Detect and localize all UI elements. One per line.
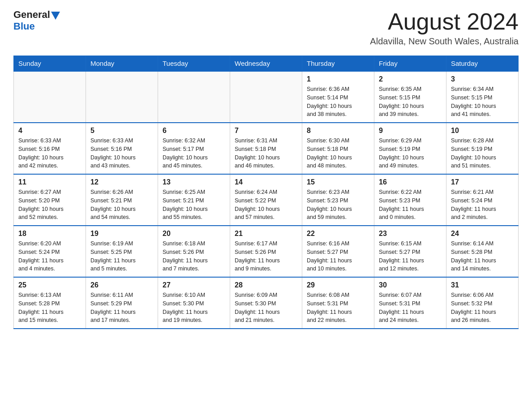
calendar-body: 1Sunrise: 6:36 AMSunset: 5:14 PMDaylight… — [14, 71, 519, 329]
calendar-cell — [14, 71, 86, 123]
day-info: Sunrise: 6:30 AMSunset: 5:18 PMDaylight:… — [307, 137, 369, 170]
calendar-cell: 12Sunrise: 6:26 AMSunset: 5:21 PMDayligh… — [86, 174, 158, 226]
day-info: Sunrise: 6:33 AMSunset: 5:16 PMDaylight:… — [90, 137, 153, 170]
day-number: 12 — [90, 178, 153, 186]
day-info: Sunrise: 6:23 AMSunset: 5:23 PMDaylight:… — [307, 188, 369, 222]
day-info: Sunrise: 6:19 AMSunset: 5:25 PMDaylight:… — [90, 240, 153, 273]
day-number: 6 — [163, 127, 225, 135]
calendar-cell: 1Sunrise: 6:36 AMSunset: 5:14 PMDaylight… — [302, 71, 374, 123]
calendar-cell: 28Sunrise: 6:09 AMSunset: 5:30 PMDayligh… — [230, 277, 302, 329]
calendar-cell: 11Sunrise: 6:27 AMSunset: 5:20 PMDayligh… — [14, 174, 86, 226]
calendar-cell: 26Sunrise: 6:11 AMSunset: 5:29 PMDayligh… — [86, 277, 158, 329]
day-info: Sunrise: 6:08 AMSunset: 5:31 PMDaylight:… — [307, 291, 369, 325]
day-number: 30 — [379, 281, 442, 289]
day-number: 8 — [307, 127, 369, 135]
day-info: Sunrise: 6:21 AMSunset: 5:24 PMDaylight:… — [451, 188, 514, 222]
day-info: Sunrise: 6:25 AMSunset: 5:21 PMDaylight:… — [163, 188, 225, 222]
logo-triangle-icon — [51, 12, 60, 20]
day-info: Sunrise: 6:22 AMSunset: 5:23 PMDaylight:… — [379, 188, 442, 222]
calendar-cell: 2Sunrise: 6:35 AMSunset: 5:15 PMDaylight… — [374, 71, 446, 123]
page-header: General Blue August 2024 Aldavilla, New … — [13, 9, 519, 47]
day-info: Sunrise: 6:29 AMSunset: 5:19 PMDaylight:… — [379, 137, 442, 170]
weekday-header-monday: Monday — [86, 56, 158, 72]
day-info: Sunrise: 6:13 AMSunset: 5:28 PMDaylight:… — [18, 291, 81, 325]
calendar-cell: 5Sunrise: 6:33 AMSunset: 5:16 PMDaylight… — [86, 123, 158, 174]
calendar-cell: 29Sunrise: 6:08 AMSunset: 5:31 PMDayligh… — [302, 277, 374, 329]
day-number: 28 — [235, 281, 297, 289]
day-number: 4 — [18, 127, 81, 135]
calendar-cell: 25Sunrise: 6:13 AMSunset: 5:28 PMDayligh… — [14, 277, 86, 329]
day-info: Sunrise: 6:28 AMSunset: 5:19 PMDaylight:… — [451, 137, 514, 170]
day-info: Sunrise: 6:16 AMSunset: 5:27 PMDaylight:… — [307, 240, 369, 273]
day-number: 20 — [163, 230, 225, 238]
day-number: 26 — [90, 281, 153, 289]
calendar-cell: 14Sunrise: 6:24 AMSunset: 5:22 PMDayligh… — [230, 174, 302, 226]
day-number: 7 — [235, 127, 297, 135]
day-number: 19 — [90, 230, 153, 238]
day-number: 11 — [18, 178, 81, 186]
month-title: August 2024 — [370, 9, 519, 34]
day-number: 2 — [379, 75, 442, 83]
calendar-cell: 23Sunrise: 6:15 AMSunset: 5:27 PMDayligh… — [374, 226, 446, 277]
location-title: Aldavilla, New South Wales, Australia — [370, 36, 519, 47]
calendar-cell: 27Sunrise: 6:10 AMSunset: 5:30 PMDayligh… — [158, 277, 230, 329]
day-info: Sunrise: 6:09 AMSunset: 5:30 PMDaylight:… — [235, 291, 297, 325]
title-area: August 2024 Aldavilla, New South Wales, … — [370, 9, 519, 47]
calendar-cell: 3Sunrise: 6:34 AMSunset: 5:15 PMDaylight… — [446, 71, 519, 123]
calendar-cell: 16Sunrise: 6:22 AMSunset: 5:23 PMDayligh… — [374, 174, 446, 226]
day-info: Sunrise: 6:20 AMSunset: 5:24 PMDaylight:… — [18, 240, 81, 273]
day-number: 3 — [451, 75, 514, 83]
week-row-1: 1Sunrise: 6:36 AMSunset: 5:14 PMDaylight… — [14, 71, 519, 123]
weekday-header-thursday: Thursday — [302, 56, 374, 72]
day-info: Sunrise: 6:06 AMSunset: 5:32 PMDaylight:… — [451, 291, 514, 325]
day-info: Sunrise: 6:07 AMSunset: 5:31 PMDaylight:… — [379, 291, 442, 325]
day-info: Sunrise: 6:24 AMSunset: 5:22 PMDaylight:… — [235, 188, 297, 222]
day-info: Sunrise: 6:14 AMSunset: 5:28 PMDaylight:… — [451, 240, 514, 273]
weekday-header-saturday: Saturday — [446, 56, 519, 72]
day-info: Sunrise: 6:34 AMSunset: 5:15 PMDaylight:… — [451, 85, 514, 119]
day-info: Sunrise: 6:31 AMSunset: 5:18 PMDaylight:… — [235, 137, 297, 170]
logo-general-text: General — [13, 9, 50, 21]
week-row-2: 4Sunrise: 6:33 AMSunset: 5:16 PMDaylight… — [14, 123, 519, 174]
calendar-cell: 13Sunrise: 6:25 AMSunset: 5:21 PMDayligh… — [158, 174, 230, 226]
calendar-cell: 4Sunrise: 6:33 AMSunset: 5:16 PMDaylight… — [14, 123, 86, 174]
day-info: Sunrise: 6:11 AMSunset: 5:29 PMDaylight:… — [90, 291, 153, 325]
day-number: 14 — [235, 178, 297, 186]
calendar-cell: 7Sunrise: 6:31 AMSunset: 5:18 PMDaylight… — [230, 123, 302, 174]
day-number: 13 — [163, 178, 225, 186]
day-number: 22 — [307, 230, 369, 238]
calendar-cell — [158, 71, 230, 123]
day-number: 17 — [451, 178, 514, 186]
calendar-table: SundayMondayTuesdayWednesdayThursdayFrid… — [13, 56, 519, 329]
day-number: 31 — [451, 281, 514, 289]
day-number: 9 — [379, 127, 442, 135]
calendar-cell: 24Sunrise: 6:14 AMSunset: 5:28 PMDayligh… — [446, 226, 519, 277]
calendar-cell: 19Sunrise: 6:19 AMSunset: 5:25 PMDayligh… — [86, 226, 158, 277]
calendar-cell — [86, 71, 158, 123]
calendar-cell: 21Sunrise: 6:17 AMSunset: 5:26 PMDayligh… — [230, 226, 302, 277]
calendar-cell: 17Sunrise: 6:21 AMSunset: 5:24 PMDayligh… — [446, 174, 519, 226]
day-info: Sunrise: 6:27 AMSunset: 5:20 PMDaylight:… — [18, 188, 81, 222]
day-number: 5 — [90, 127, 153, 135]
day-number: 29 — [307, 281, 369, 289]
calendar-header: SundayMondayTuesdayWednesdayThursdayFrid… — [14, 56, 519, 72]
calendar-cell: 31Sunrise: 6:06 AMSunset: 5:32 PMDayligh… — [446, 277, 519, 329]
calendar-cell: 9Sunrise: 6:29 AMSunset: 5:19 PMDaylight… — [374, 123, 446, 174]
day-info: Sunrise: 6:10 AMSunset: 5:30 PMDaylight:… — [163, 291, 225, 325]
calendar-cell: 22Sunrise: 6:16 AMSunset: 5:27 PMDayligh… — [302, 226, 374, 277]
day-info: Sunrise: 6:18 AMSunset: 5:26 PMDaylight:… — [163, 240, 225, 273]
day-info: Sunrise: 6:35 AMSunset: 5:15 PMDaylight:… — [379, 85, 442, 119]
day-number: 24 — [451, 230, 514, 238]
day-number: 10 — [451, 127, 514, 135]
day-info: Sunrise: 6:32 AMSunset: 5:17 PMDaylight:… — [163, 137, 225, 170]
logo-blue-text: Blue — [13, 21, 35, 32]
day-number: 21 — [235, 230, 297, 238]
calendar-cell: 8Sunrise: 6:30 AMSunset: 5:18 PMDaylight… — [302, 123, 374, 174]
day-info: Sunrise: 6:26 AMSunset: 5:21 PMDaylight:… — [90, 188, 153, 222]
calendar-cell: 6Sunrise: 6:32 AMSunset: 5:17 PMDaylight… — [158, 123, 230, 174]
day-number: 16 — [379, 178, 442, 186]
weekday-header-tuesday: Tuesday — [158, 56, 230, 72]
calendar-cell — [230, 71, 302, 123]
day-number: 15 — [307, 178, 369, 186]
weekday-header-sunday: Sunday — [14, 56, 86, 72]
